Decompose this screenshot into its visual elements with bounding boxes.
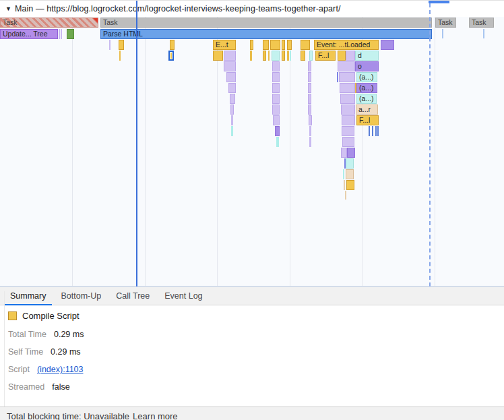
flame-block[interactable] (341, 104, 355, 115)
flame-block[interactable] (339, 72, 355, 82)
tab-call-tree[interactable]: Call Tree (108, 287, 157, 305)
flame-block[interactable] (230, 94, 235, 104)
flame-block[interactable] (275, 126, 280, 136)
flame-block[interactable] (59, 29, 60, 39)
flame-block[interactable] (308, 61, 311, 71)
flame-block-event-tloaded[interactable]: Event: ...tLoaded (314, 40, 379, 50)
flame-block[interactable] (337, 72, 338, 82)
flame-block[interactable] (346, 158, 354, 169)
flame-block[interactable] (224, 61, 236, 71)
flame-chart[interactable]: TaskTaskTaskTaskUpdate... TreeParse HTML… (0, 17, 504, 287)
flame-block[interactable] (268, 51, 270, 61)
flame-block[interactable] (170, 40, 175, 50)
flame-block[interactable] (375, 126, 377, 136)
flame-block[interactable] (287, 51, 289, 61)
flame-block[interactable] (346, 169, 354, 179)
flame-block[interactable] (226, 72, 236, 82)
flame-block[interactable] (272, 104, 280, 115)
flame-block[interactable] (301, 40, 310, 50)
flame-block[interactable] (224, 51, 236, 61)
overview-selection-handle[interactable] (429, 1, 449, 3)
flame-block[interactable] (346, 51, 355, 61)
learn-more-link[interactable]: Learn more (133, 411, 177, 420)
flame-block[interactable] (309, 115, 312, 125)
flame-block[interactable] (338, 61, 355, 71)
flame-block[interactable] (309, 137, 311, 147)
flame-block[interactable] (381, 40, 394, 50)
flame-block[interactable] (272, 94, 280, 104)
flame-block[interactable] (308, 94, 311, 104)
flame-block[interactable] (347, 148, 355, 158)
flame-block[interactable] (250, 51, 252, 61)
flame-block[interactable] (230, 104, 234, 115)
flame-block[interactable] (272, 83, 280, 93)
flame-block-a[interactable]: (a...) (356, 94, 377, 104)
flame-block[interactable] (377, 126, 379, 136)
flame-block[interactable] (67, 29, 74, 39)
flame-block[interactable] (308, 104, 311, 115)
flame-block-a[interactable]: (a...) (356, 72, 377, 82)
flame-block[interactable] (228, 83, 236, 93)
flame-block[interactable] (250, 40, 253, 50)
flame-block[interactable] (308, 72, 311, 82)
flame-block[interactable] (342, 137, 354, 147)
flame-block-task[interactable]: Task (100, 18, 432, 28)
flame-block[interactable] (61, 29, 62, 39)
flame-block[interactable] (282, 40, 285, 50)
flame-block[interactable] (309, 126, 311, 136)
flame-block[interactable] (483, 29, 484, 38)
flame-block[interactable] (119, 40, 124, 50)
flame-block-f-l[interactable]: F...l (356, 115, 379, 125)
flame-block[interactable] (301, 51, 305, 61)
tab-event-log[interactable]: Event Log (157, 287, 210, 305)
flame-block[interactable] (272, 51, 280, 61)
flame-block-o[interactable]: o (355, 61, 379, 71)
flame-block[interactable] (272, 61, 280, 71)
flame-block[interactable] (231, 126, 233, 136)
flame-block[interactable] (273, 115, 280, 125)
flame-block[interactable] (369, 126, 370, 136)
flame-block[interactable] (309, 51, 313, 61)
collapse-triangle-icon[interactable]: ▼ (5, 5, 11, 12)
flame-block[interactable] (276, 137, 279, 147)
flame-block-task[interactable]: Task (0, 18, 98, 28)
flame-block[interactable] (343, 169, 344, 179)
flame-block-task[interactable]: Task (469, 18, 494, 28)
flame-block[interactable] (345, 191, 346, 200)
flame-block-f-l[interactable]: F...l (315, 51, 336, 61)
flame-block-a[interactable]: (a...) (356, 83, 377, 93)
flame-block[interactable] (290, 51, 291, 61)
flame-block[interactable] (340, 83, 355, 93)
flame-block[interactable] (342, 126, 354, 136)
flame-block-update-tree[interactable]: Update... Tree (0, 29, 58, 39)
flame-block[interactable] (263, 51, 266, 61)
flame-block[interactable] (308, 83, 311, 93)
flame-block[interactable] (231, 115, 233, 125)
flame-block[interactable] (340, 94, 355, 104)
tab-bottom-up[interactable]: Bottom-Up (53, 287, 108, 305)
flame-block-a-r[interactable]: a...r (356, 104, 378, 115)
flame-block-e-t[interactable]: E...t (213, 40, 236, 50)
flame-block[interactable] (341, 148, 347, 158)
flame-block[interactable] (109, 40, 111, 50)
flame-block[interactable] (263, 40, 269, 50)
flame-block[interactable] (213, 51, 223, 61)
flame-block[interactable] (342, 115, 355, 125)
flame-block[interactable] (442, 29, 443, 38)
flame-block[interactable] (168, 51, 174, 61)
flame-block[interactable] (287, 40, 292, 50)
flame-block[interactable] (346, 180, 354, 190)
flame-block[interactable] (372, 126, 373, 136)
script-location-link[interactable]: (index):1103 (37, 365, 84, 374)
flame-block[interactable] (119, 51, 121, 61)
flame-block-parse-html[interactable]: Parse HTML (100, 29, 432, 39)
flame-block[interactable] (272, 72, 280, 82)
flame-block[interactable] (344, 180, 345, 190)
flame-block[interactable] (282, 51, 285, 61)
streamed-value: false (52, 382, 69, 392)
flame-block-d[interactable]: d (355, 51, 379, 61)
flame-block[interactable] (270, 40, 280, 50)
flame-block-task[interactable]: Task (435, 18, 456, 28)
flame-block[interactable] (338, 51, 346, 61)
tab-summary[interactable]: Summary (3, 287, 53, 305)
